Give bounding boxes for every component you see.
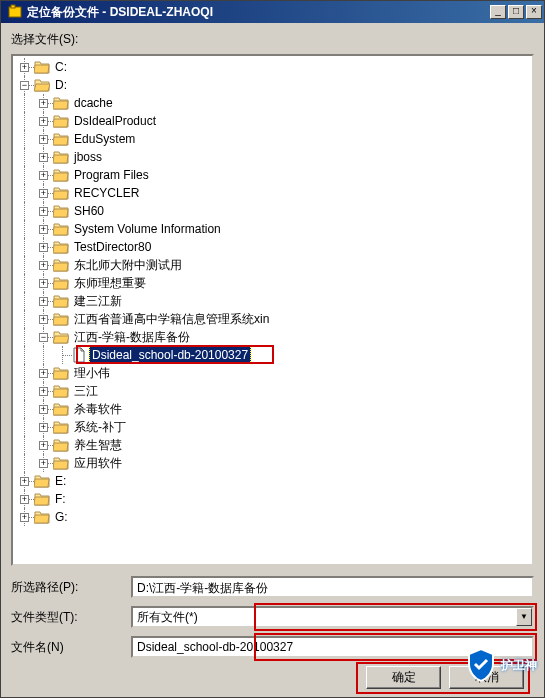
expander-icon[interactable]: +: [39, 405, 48, 414]
expander-icon[interactable]: +: [39, 315, 48, 324]
node-label[interactable]: SH60: [72, 203, 106, 219]
tree-folder[interactable]: +F:: [15, 490, 530, 508]
filename-label: 文件名(N): [11, 639, 131, 656]
filetype-select[interactable]: 所有文件(*) ▼: [131, 606, 534, 628]
expander-icon[interactable]: +: [39, 135, 48, 144]
node-label[interactable]: 理小伟: [72, 364, 112, 383]
expander-icon[interactable]: +: [39, 153, 48, 162]
node-label[interactable]: 建三江新: [72, 292, 124, 311]
node-label[interactable]: TestDirector80: [72, 239, 153, 255]
filename-input[interactable]: [131, 636, 534, 658]
filetype-label: 文件类型(T):: [11, 609, 131, 626]
node-label[interactable]: EduSystem: [72, 131, 137, 147]
node-label[interactable]: D:: [53, 77, 69, 93]
maximize-button[interactable]: □: [508, 5, 524, 19]
svg-rect-1: [11, 5, 15, 8]
close-button[interactable]: ×: [526, 5, 542, 19]
tree-folder[interactable]: −D:: [15, 76, 530, 94]
tree-folder[interactable]: +江西省普通高中学籍信息管理系统xin: [15, 310, 530, 328]
expander-icon[interactable]: +: [20, 477, 29, 486]
node-label[interactable]: Program Files: [72, 167, 151, 183]
tree-folder[interactable]: +System Volume Information: [15, 220, 530, 238]
tree-folder[interactable]: +RECYCLER: [15, 184, 530, 202]
tree-folder[interactable]: +SH60: [15, 202, 530, 220]
expander-icon[interactable]: +: [39, 261, 48, 270]
tree-folder[interactable]: +东师理想重要: [15, 274, 530, 292]
expander-icon[interactable]: +: [39, 387, 48, 396]
node-label[interactable]: E:: [53, 473, 68, 489]
tree-folder[interactable]: +养生智慧: [15, 436, 530, 454]
expander-icon[interactable]: +: [39, 207, 48, 216]
node-label[interactable]: Dsideal_school-db-20100327: [89, 346, 251, 364]
expander-icon[interactable]: +: [39, 441, 48, 450]
select-file-label: 选择文件(S):: [11, 31, 534, 48]
node-label[interactable]: 江西省普通高中学籍信息管理系统xin: [72, 310, 271, 329]
tree-folder[interactable]: +DsIdealProduct: [15, 112, 530, 130]
node-label[interactable]: System Volume Information: [72, 221, 223, 237]
node-label[interactable]: 三江: [72, 382, 100, 401]
node-label[interactable]: G:: [53, 509, 70, 525]
node-label[interactable]: DsIdealProduct: [72, 113, 158, 129]
expander-icon[interactable]: −: [39, 333, 48, 342]
node-label[interactable]: dcache: [72, 95, 115, 111]
node-label[interactable]: 东师理想重要: [72, 274, 148, 293]
node-label[interactable]: RECYCLER: [72, 185, 141, 201]
tree-folder[interactable]: +jboss: [15, 148, 530, 166]
file-tree[interactable]: +C:−D:+dcache+DsIdealProduct+EduSystem+j…: [11, 54, 534, 566]
expander-icon[interactable]: +: [39, 279, 48, 288]
node-label[interactable]: 东北师大附中测试用: [72, 256, 184, 275]
tree-folder[interactable]: −江西-学籍-数据库备份: [15, 328, 530, 346]
tree-folder[interactable]: +G:: [15, 508, 530, 526]
path-display: D:\江西-学籍-数据库备份: [131, 576, 534, 598]
dropdown-arrow-icon[interactable]: ▼: [516, 608, 532, 626]
tree-file[interactable]: Dsideal_school-db-20100327: [15, 346, 530, 364]
expander-icon[interactable]: +: [39, 459, 48, 468]
tree-folder[interactable]: +杀毒软件: [15, 400, 530, 418]
expander-icon[interactable]: +: [39, 117, 48, 126]
tree-folder[interactable]: +C:: [15, 58, 530, 76]
tree-folder[interactable]: +理小伟: [15, 364, 530, 382]
window-controls: _ □ ×: [490, 5, 542, 19]
expander-icon[interactable]: +: [39, 171, 48, 180]
app-icon: [7, 4, 23, 20]
dialog-window: 定位备份文件 - DSIDEAL-ZHAOQI _ □ × 选择文件(S): +…: [0, 0, 545, 698]
node-label[interactable]: 应用软件: [72, 454, 124, 473]
expander-icon[interactable]: +: [39, 225, 48, 234]
expander-icon[interactable]: +: [39, 369, 48, 378]
expander-icon[interactable]: +: [20, 63, 29, 72]
expander-icon[interactable]: +: [20, 513, 29, 522]
bottom-form: 所选路径(P): D:\江西-学籍-数据库备份 文件类型(T): 所有文件(*)…: [11, 576, 534, 689]
tree-folder[interactable]: +Program Files: [15, 166, 530, 184]
titlebar[interactable]: 定位备份文件 - DSIDEAL-ZHAOQI _ □ ×: [1, 1, 544, 23]
expander-icon[interactable]: +: [39, 99, 48, 108]
node-label[interactable]: 系统-补丁: [72, 418, 128, 437]
node-label[interactable]: 杀毒软件: [72, 400, 124, 419]
expander-icon[interactable]: +: [39, 189, 48, 198]
tree-folder[interactable]: +三江: [15, 382, 530, 400]
node-label[interactable]: F:: [53, 491, 68, 507]
tree-folder[interactable]: +E:: [15, 472, 530, 490]
expander-icon[interactable]: +: [20, 495, 29, 504]
tree-folder[interactable]: +系统-补丁: [15, 418, 530, 436]
expander-icon[interactable]: +: [39, 423, 48, 432]
tree-folder[interactable]: +TestDirector80: [15, 238, 530, 256]
node-label[interactable]: C:: [53, 59, 69, 75]
node-label[interactable]: 养生智慧: [72, 436, 124, 455]
path-label: 所选路径(P):: [11, 579, 131, 596]
tree-folder[interactable]: +dcache: [15, 94, 530, 112]
expander-icon[interactable]: +: [39, 297, 48, 306]
tree-folder[interactable]: +EduSystem: [15, 130, 530, 148]
minimize-button[interactable]: _: [490, 5, 506, 19]
title-text: 定位备份文件 - DSIDEAL-ZHAOQI: [27, 4, 490, 21]
tree-folder[interactable]: +东北师大附中测试用: [15, 256, 530, 274]
expander-icon[interactable]: −: [20, 81, 29, 90]
node-label[interactable]: jboss: [72, 149, 104, 165]
tree-folder[interactable]: +建三江新: [15, 292, 530, 310]
content-area: 选择文件(S): +C:−D:+dcache+DsIdealProduct+Ed…: [1, 23, 544, 697]
expander-icon[interactable]: +: [39, 243, 48, 252]
ok-button[interactable]: 确定: [366, 666, 441, 689]
node-label[interactable]: 江西-学籍-数据库备份: [72, 328, 192, 347]
tree-folder[interactable]: +应用软件: [15, 454, 530, 472]
cancel-button[interactable]: 取消: [449, 666, 524, 689]
